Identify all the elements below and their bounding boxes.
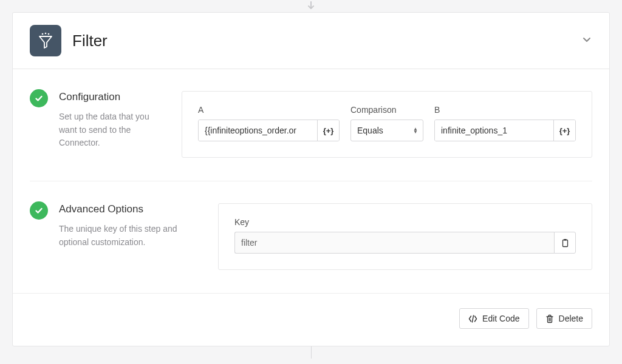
section-text: Configuration Set up the data that you w… [59, 91, 167, 150]
svg-point-0 [42, 33, 44, 35]
section-left: Advanced Options The unique key of this … [30, 203, 218, 270]
svg-rect-3 [562, 240, 567, 246]
arrow-down-icon [306, 1, 316, 11]
comparison-select[interactable]: Equals ▲▼ [350, 120, 423, 141]
field-b-token-button[interactable]: {+} [553, 120, 575, 141]
footer-actions: Edit Code Delete [13, 293, 609, 346]
field-group-a: A {+} [198, 105, 340, 141]
check-icon [34, 93, 44, 103]
check-icon [34, 206, 44, 215]
section-left: Configuration Set up the data that you w… [30, 91, 182, 158]
field-a-token-button[interactable]: {+} [317, 120, 339, 141]
connector-arrow-top [0, 0, 622, 12]
status-badge-complete [30, 89, 48, 107]
card-title: Filter [72, 32, 581, 50]
funnel-icon [36, 32, 55, 50]
edit-code-button[interactable]: Edit Code [459, 308, 528, 329]
advanced-heading: Advanced Options [59, 203, 203, 215]
svg-rect-4 [564, 239, 566, 241]
key-input[interactable] [234, 232, 554, 254]
code-icon [468, 314, 477, 323]
field-a-input-wrap: {+} [198, 120, 340, 141]
copy-key-button[interactable] [554, 232, 576, 254]
field-group-comparison: Comparison Equals ▲▼ [350, 105, 423, 141]
configuration-description: Set up the data that you want to send to… [59, 110, 167, 150]
delete-label: Delete [559, 314, 583, 323]
field-group-b: B {+} [434, 105, 576, 141]
filter-step-icon [30, 25, 61, 56]
field-b-input[interactable] [435, 120, 553, 141]
delete-button[interactable]: Delete [536, 308, 592, 329]
connector-line-bottom [0, 346, 622, 359]
field-b-label: B [434, 105, 576, 115]
configuration-heading: Configuration [59, 91, 167, 103]
comparison-label: Comparison [350, 105, 423, 115]
configuration-section: Configuration Set up the data that you w… [30, 69, 592, 181]
filter-step-card: Filter Configuration Set up the data tha… [12, 12, 610, 346]
card-body: Configuration Set up the data that you w… [13, 69, 609, 293]
field-row: A {+} Comparison Equals ▲▼ [198, 105, 576, 141]
key-row [234, 232, 576, 254]
field-a-input[interactable] [199, 120, 317, 141]
clipboard-icon [561, 238, 570, 248]
edit-code-label: Edit Code [482, 314, 519, 323]
advanced-description: The unique key of this step and optional… [59, 223, 203, 249]
configuration-panel: A {+} Comparison Equals ▲▼ [182, 91, 592, 158]
field-a-label: A [198, 105, 340, 115]
svg-point-1 [45, 33, 47, 35]
status-badge-complete [30, 201, 48, 220]
select-caret-icon: ▲▼ [413, 127, 418, 133]
advanced-panel: Key [218, 203, 592, 270]
trash-icon [545, 314, 554, 323]
card-header[interactable]: Filter [13, 13, 609, 69]
section-text: Advanced Options The unique key of this … [59, 203, 203, 249]
comparison-value: Equals [357, 126, 383, 135]
field-b-input-wrap: {+} [434, 120, 576, 141]
collapse-toggle[interactable] [581, 34, 592, 47]
key-label: Key [234, 217, 576, 227]
advanced-options-section: Advanced Options The unique key of this … [30, 181, 592, 293]
svg-point-2 [48, 33, 50, 35]
chevron-down-icon [581, 34, 592, 45]
